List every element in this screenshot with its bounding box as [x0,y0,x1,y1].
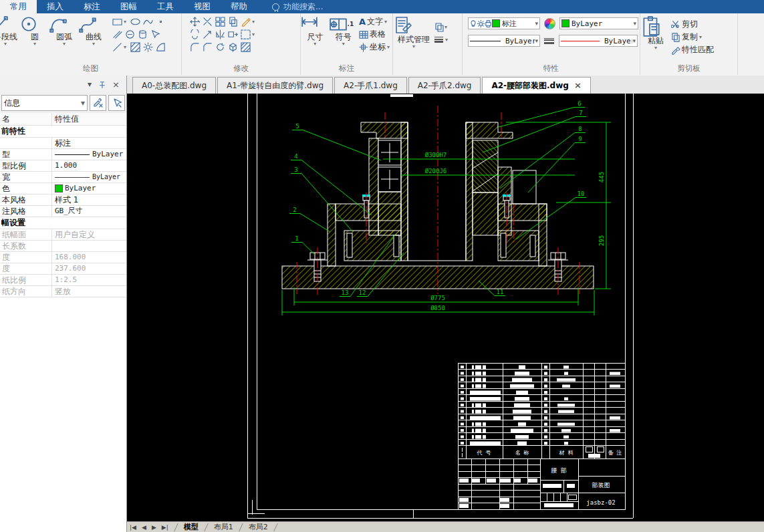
doc-tab-a2-claw2[interactable]: A2-手爪2.dwg [408,77,481,94]
page-setup-button[interactable] [434,21,451,33]
rectangle-button[interactable] [111,16,124,28]
match-properties-button[interactable]: 特性匹配 [671,43,715,56]
move-button[interactable] [188,16,201,28]
scale-button[interactable] [239,29,252,41]
doc-tab-a2-claw1[interactable]: A2-手爪1.dwg [334,77,407,94]
copy-icon [671,33,680,42]
cut-button[interactable]: 剪切 [671,18,715,31]
style-manager-dropdown-icon[interactable] [393,44,434,49]
polyline-button[interactable]: 多段线 [0,15,20,53]
tab-close-icon[interactable] [574,78,582,94]
document-tab-bar: A0-总装配图.dwg A1-带旋转自由度的臂.dwg A2-手爪1.dwg A… [127,76,764,94]
ribbon-tab-tools[interactable]: 工具 [147,0,184,13]
doc-tab-a0[interactable]: A0-总装配图.dwg [132,77,216,94]
panel-annotate: 尺寸 .1 符号 A 文字 表格 坐标 [301,13,393,75]
row-dim-style: 注风格GB_尺寸 [0,206,126,217]
ellipse-button[interactable] [129,16,142,28]
ribbon-tab-home[interactable]: 常用 [0,0,37,13]
prev-tab-icon[interactable]: ◀ [139,524,149,531]
arc-button[interactable]: 圆弧 [49,15,79,53]
ribbon-tab-view[interactable]: 视图 [184,0,221,13]
search-placeholder: 功能搜索... [283,1,323,13]
rev-curve-button[interactable] [142,16,154,28]
lineweight-icon[interactable] [544,37,555,45]
array-icon [215,17,225,27]
color-wheel-icon[interactable] [544,18,555,29]
linetype2-combo[interactable]: ByLayer [559,35,638,47]
ribbon-tab-insert[interactable]: 插入 [37,0,74,13]
edit-cancel-button[interactable] [90,95,106,111]
extend-button[interactable] [201,29,214,41]
offset-button[interactable] [188,29,201,41]
pick-icon [150,29,160,39]
point-button[interactable] [154,16,167,28]
palette-table-header: 名特性值 [0,113,126,126]
color-combo[interactable]: ByLayer [559,17,638,29]
dimension-dropdown-icon[interactable] [301,41,330,46]
fillet-button[interactable] [188,41,201,53]
polyline-icon [0,15,8,33]
tb-part-name: 腰 部 [551,467,566,474]
chamfer-button[interactable] [201,41,214,53]
function-search[interactable]: 功能搜索... [272,0,323,13]
ribbon-tab-help[interactable]: 帮助 [221,0,257,13]
circle-button[interactable]: 圆 [20,15,49,53]
linetype-combo[interactable]: ByLayer [468,35,540,47]
ribbon: 多段线 圆 圆弧 曲线 绘图 修改 尺寸 [0,13,764,76]
rotate-button[interactable] [214,41,227,53]
doc-tab-a2-waist[interactable]: A2-腰部部装图.dwg [482,77,590,94]
list-style-button[interactable] [434,33,451,46]
polyline-dropdown-icon[interactable] [0,41,20,46]
style-manager-button[interactable]: 样式管理 [393,15,434,75]
palette-close-icon[interactable] [112,80,120,90]
quick-select-button[interactable] [108,95,125,111]
line-button[interactable] [111,41,124,53]
arc-dropdown-icon[interactable] [49,41,79,46]
erase-button[interactable] [239,16,252,28]
spline-icon [79,15,96,33]
balloon-2: 2 [293,207,296,213]
circle-dropdown-icon[interactable] [20,41,49,46]
array-button[interactable] [214,16,227,28]
ribbon-tab-sheet[interactable]: 图幅 [110,0,147,13]
doc-tab-a1[interactable]: A1-带旋转自由度的臂.dwg [217,77,333,94]
region-button[interactable] [124,29,136,41]
palette-menu-icon[interactable] [88,80,92,89]
solid-button[interactable] [136,29,149,41]
row-sheet-scale: 纸比例1:2.5 [0,275,126,286]
spline-dropdown-icon[interactable] [79,41,108,46]
tab-layout1[interactable]: 布局1 [211,522,236,532]
coordinate-button[interactable]: 坐标 [359,41,392,53]
orbit-button[interactable] [227,41,239,53]
copy-button[interactable]: 复制 [671,31,715,43]
gear-button[interactable] [142,41,154,53]
selection-info-combo[interactable]: 信息 [1,95,88,111]
title-block: 代 号 名 称 材 料 备 注 腰 部 部装图 jasbz-02 [458,363,625,509]
dim-base2: Ø850 [430,305,445,311]
text-button[interactable]: A 文字 [359,15,392,28]
drawing-canvas[interactable]: .w{stroke:#fff;fill:none;stroke-width:1;… [127,94,764,521]
mirror-button[interactable] [214,29,227,41]
assembly-drawing: .w{stroke:#fff;fill:none;stroke-width:1;… [127,94,764,521]
copy-obj-button[interactable] [227,16,239,28]
hatch-edit-button[interactable] [239,41,252,53]
pick-button[interactable] [149,29,162,41]
ellipse-icon [130,17,140,27]
layer-combo[interactable]: 标注 [468,17,540,29]
wipeout-button[interactable] [154,41,167,53]
trim-button[interactable] [201,16,214,28]
ribbon-tab-annotate[interactable]: 标注 [74,0,110,13]
first-tab-icon[interactable]: |◀ [127,524,139,531]
table-button[interactable]: 表格 [359,28,392,41]
hatch-button[interactable] [129,41,142,53]
symbol-dropdown-icon[interactable] [330,41,358,46]
paste-dropdown-icon[interactable] [640,45,671,50]
tab-model[interactable]: 模型 [181,522,201,532]
last-tab-icon[interactable]: ▶| [159,524,171,531]
tab-layout2[interactable]: 布局2 [246,522,271,532]
stretch-button[interactable] [227,29,239,41]
double-line-button[interactable] [111,29,124,41]
spline-button[interactable]: 曲线 [79,15,108,53]
next-tab-icon[interactable]: ▶ [149,524,159,531]
lineweight-sample [55,177,90,178]
